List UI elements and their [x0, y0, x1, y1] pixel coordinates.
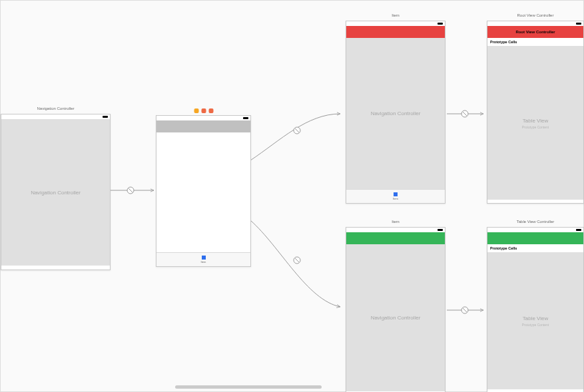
scene-table-view-controller[interactable]: Table View Controller Prototype Cells Ta… — [487, 227, 584, 392]
tab-bar[interactable]: Item — [346, 189, 445, 203]
shield-icon — [194, 108, 198, 113]
horizontal-scrollbar[interactable] — [175, 385, 322, 389]
scene-nav-controller-green[interactable]: Item Navigation Controller — [346, 227, 445, 392]
table-placeholder: Table View Prototype Content — [487, 47, 583, 200]
placeholder-sublabel: Prototype Content — [522, 323, 549, 327]
navigation-bar: Root View Controller — [487, 26, 583, 38]
navigation-bar — [346, 232, 445, 244]
exit-icon — [208, 108, 213, 113]
table-placeholder: Table View Prototype Content — [487, 253, 583, 389]
scene-title: Table View Controller — [487, 220, 583, 224]
prototype-cells-header: Prototype Cells — [487, 244, 583, 253]
svg-point-2 — [294, 127, 300, 134]
status-bar — [346, 228, 445, 232]
scene-tabbar-root[interactable]: Item — [156, 115, 251, 267]
status-bar — [487, 228, 583, 232]
status-bar — [487, 21, 583, 26]
scene-title: Item — [346, 220, 445, 224]
nav-placeholder: Navigation Controller — [1, 119, 110, 266]
nav-placeholder: Navigation Controller — [346, 244, 445, 391]
svg-point-7 — [461, 307, 468, 313]
placeholder-label: Table View — [523, 315, 549, 321]
content-area — [156, 132, 250, 252]
tab-bar[interactable]: Item — [156, 252, 250, 266]
placeholder-label: Navigation Controller — [371, 315, 421, 321]
navigation-bar — [346, 26, 445, 38]
svg-point-1 — [127, 187, 134, 194]
scene-nav-controller-1[interactable]: Navigation Controller Navigation Control… — [1, 114, 111, 270]
navigation-bar — [487, 232, 583, 244]
nav-placeholder: Navigation Controller — [346, 38, 445, 189]
tab-icon[interactable] — [394, 192, 398, 196]
placeholder-label: Navigation Controller — [31, 190, 81, 196]
placeholder-label: Navigation Controller — [371, 110, 421, 116]
prototype-cells-header: Prototype Cells — [487, 38, 583, 47]
tab-label[interactable]: Item — [393, 197, 398, 200]
nav-title: Root View Controller — [515, 30, 555, 34]
status-bar — [1, 114, 110, 119]
storyboard-canvas[interactable]: Navigation Controller Navigation Control… — [0, 0, 584, 392]
placeholder-sublabel: Prototype Content — [522, 125, 549, 129]
scene-header-icons — [194, 108, 213, 113]
first-responder-icon — [201, 108, 206, 113]
status-bar — [346, 21, 445, 26]
tab-icon[interactable] — [202, 256, 206, 260]
scene-root-view-controller[interactable]: Root View Controller Root View Controlle… — [487, 21, 584, 204]
placeholder-label: Table View — [523, 118, 549, 124]
tab-label[interactable]: Item — [201, 260, 206, 264]
scene-nav-controller-red[interactable]: Item Navigation Controller Item — [346, 21, 445, 204]
status-bar — [156, 116, 250, 120]
svg-point-3 — [294, 257, 300, 264]
scene-title: Navigation Controller — [1, 106, 110, 110]
scene-title: Item — [346, 13, 445, 17]
navigation-bar — [156, 120, 250, 132]
svg-point-5 — [461, 110, 468, 117]
scene-title: Root View Controller — [487, 13, 583, 17]
